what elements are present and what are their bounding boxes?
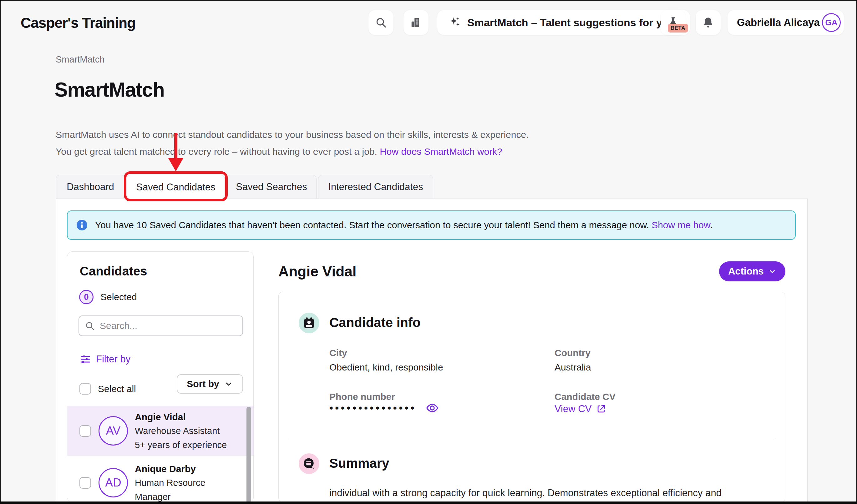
header-company-button[interactable]	[403, 10, 428, 35]
list-item-anique-darby[interactable]: AD Anique Darby Human Resource Manager	[67, 458, 253, 502]
avatar: AV	[99, 416, 128, 446]
page-description-line1: SmartMatch uses AI to connect standout c…	[56, 126, 528, 143]
list-scrollbar[interactable]	[247, 407, 251, 502]
search-input[interactable]	[99, 320, 237, 331]
reveal-phone-button[interactable]	[425, 401, 439, 415]
summary-line1: individual with a strong capacity for qu…	[329, 485, 745, 502]
candidate-checkbox[interactable]	[80, 425, 91, 437]
sort-by-button[interactable]: Sort by	[177, 374, 243, 394]
summary-heading: Summary	[329, 456, 389, 471]
info-banner: You have 10 Saved Candidates that haven'…	[67, 210, 796, 240]
tab-dashboard[interactable]: Dashboard	[56, 175, 125, 198]
beta-badge: BETA	[668, 24, 688, 33]
notifications-button[interactable]	[695, 10, 721, 35]
brand-title: Casper's Training	[21, 14, 135, 31]
country-value: Australia	[555, 362, 591, 373]
candidates-list-card: Candidates 0 Selected	[67, 251, 254, 502]
breadcrumb[interactable]: SmartMatch	[56, 54, 104, 65]
cv-label: Candidate CV	[555, 392, 616, 402]
saved-candidates-panel: You have 10 Saved Candidates that haven'…	[56, 198, 808, 502]
candidate-list: AV Angie Vidal Warehouse Assistant 5+ ye…	[67, 405, 253, 502]
filter-icon	[80, 353, 91, 365]
summary-line2: effectiveness in tasks included high lev…	[329, 502, 745, 502]
view-cv-link[interactable]: View CV	[555, 403, 606, 415]
tab-saved-searches[interactable]: Saved Searches	[226, 175, 317, 198]
smartmatch-button-label: SmartMatch – Talent suggestions for you!	[467, 17, 679, 29]
external-link-icon	[596, 404, 606, 414]
list-item-angie-vidal[interactable]: AV Angie Vidal Warehouse Assistant 5+ ye…	[67, 406, 253, 456]
sort-by-label: Sort by	[187, 379, 219, 389]
building-icon	[410, 17, 422, 29]
tab-interested-candidates[interactable]: Interested Candidates	[318, 175, 433, 198]
actions-label: Actions	[728, 266, 764, 277]
tab-saved-candidates[interactable]: Saved Candidates	[127, 175, 225, 199]
candidate-experience: 5+ years of experience	[135, 438, 227, 452]
city-label: City	[329, 348, 347, 358]
search-icon	[375, 17, 387, 29]
candidates-heading: Candidates	[80, 264, 147, 278]
show-me-how-link[interactable]: Show me how	[652, 220, 710, 230]
filter-by-label: Filter by	[96, 353, 131, 365]
select-all-label: Select all	[98, 384, 136, 394]
id-badge-icon	[299, 313, 319, 333]
candidate-detail-card: Candidate info City Obedient, kind, resp…	[279, 292, 785, 502]
page-description-line2: You get great talent matched to every ro…	[56, 146, 380, 157]
select-all-checkbox[interactable]	[80, 383, 91, 395]
chat-bubble-icon	[299, 453, 319, 474]
candidate-role: Human Resource	[135, 476, 205, 490]
eye-icon	[425, 401, 439, 415]
page-title: SmartMatch	[54, 78, 164, 101]
user-profile-button[interactable]: Gabriella Alicaya GA	[727, 10, 844, 35]
selected-count-badge: 0	[79, 290, 94, 304]
header-search-button[interactable]	[368, 10, 393, 35]
banner-text: You have 10 Saved Candidates that haven'…	[95, 220, 652, 230]
sparkle-icon	[449, 16, 461, 29]
candidate-search	[79, 315, 243, 336]
avatar: GA	[822, 13, 841, 32]
actions-button[interactable]: Actions	[719, 261, 785, 281]
user-name: Gabriella Alicaya	[737, 17, 820, 29]
view-cv-label: View CV	[555, 403, 591, 415]
country-label: Country	[555, 348, 590, 358]
summary-text: individual with a strong capacity for qu…	[329, 485, 745, 502]
section-divider	[290, 439, 774, 439]
smartmatch-tabs: Dashboard Saved Candidates Saved Searche…	[56, 175, 433, 199]
filter-by-button[interactable]: Filter by	[80, 353, 131, 365]
phone-masked-value: •••••••••••••••	[329, 402, 416, 414]
candidate-role-line2: Manager	[135, 490, 205, 502]
beta-labs-button[interactable]: BETA	[660, 10, 686, 35]
page-description: SmartMatch uses AI to connect standout c…	[56, 126, 528, 160]
select-all-row: Select all	[80, 383, 136, 395]
candidate-detail-name: Angie Vidal	[279, 263, 356, 280]
chevron-down-icon	[224, 380, 233, 388]
phone-label: Phone number	[329, 392, 395, 402]
candidate-name: Angie Vidal	[135, 410, 227, 424]
selected-counter: 0 Selected	[79, 290, 137, 304]
candidate-checkbox[interactable]	[80, 477, 91, 489]
app-window: Casper's Training SmartMa	[0, 0, 857, 504]
candidate-info-heading: Candidate info	[329, 315, 421, 330]
search-icon	[85, 321, 95, 331]
info-icon	[76, 219, 88, 231]
avatar: AD	[99, 468, 128, 498]
bell-icon	[702, 17, 714, 29]
candidate-name: Anique Darby	[135, 462, 205, 476]
city-value: Obedient, kind, responsible	[329, 362, 443, 373]
smartmatch-suggestions-button[interactable]: SmartMatch – Talent suggestions for you!	[437, 10, 690, 35]
selected-label: Selected	[100, 292, 137, 302]
chevron-down-icon	[768, 267, 776, 275]
candidate-role: Warehouse Assistant	[135, 424, 227, 438]
how-it-works-link[interactable]: How does SmartMatch work?	[380, 146, 502, 157]
